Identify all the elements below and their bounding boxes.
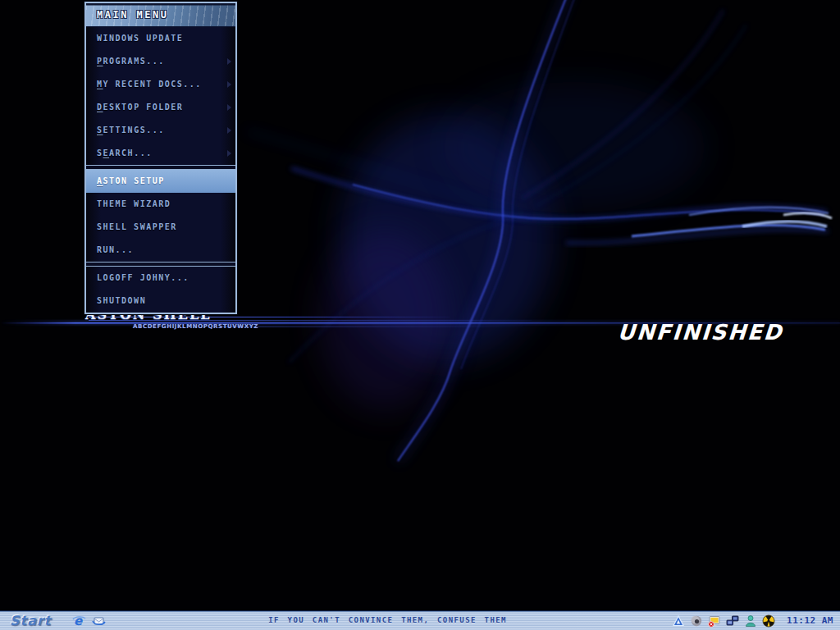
- menu-item-logoff-johny[interactable]: LOGOFF JOHNY...: [86, 267, 235, 290]
- system-tray: 11:12 AM: [672, 611, 833, 630]
- menu-item-windows-update[interactable]: WINDOWS UPDATE: [86, 27, 235, 50]
- menu-item-label: DESKTOP FOLDER: [97, 103, 183, 112]
- menu-item-my-recent-docs[interactable]: MY RECENT DOCS...: [86, 73, 235, 96]
- wallpaper-unfinished-text: UNFINISHED: [617, 320, 784, 345]
- logo-underline-3: [220, 326, 523, 327]
- tray-clock[interactable]: 11:12 AM: [787, 615, 833, 626]
- menu-item-label: THEME WIZARD: [97, 199, 171, 208]
- menu-item-programs[interactable]: PROGRAMS...: [86, 50, 235, 73]
- volume-icon[interactable]: [690, 614, 703, 628]
- menu-item-label: WINDOWS UPDATE: [97, 34, 183, 43]
- submenu-arrow-icon: [227, 150, 231, 157]
- taskbar-slogan: IF YOU CAN'T CONVINCE THEM, CONFUSE THEM: [0, 611, 775, 630]
- menu-item-label: SETTINGS...: [97, 126, 165, 135]
- menu-item-label: SHUTDOWN: [97, 296, 146, 305]
- start-menu: MAIN MENU WINDOWS UPDATEPROGRAMS...MY RE…: [84, 2, 237, 314]
- menu-item-label: SHELL SWAPPER: [97, 222, 177, 231]
- menu-item-label: RUN...: [97, 245, 134, 254]
- menu-item-label: LOGOFF JOHNY...: [97, 273, 189, 282]
- start-button[interactable]: Start: [10, 612, 52, 629]
- aston-tray-icon[interactable]: [672, 614, 685, 628]
- messenger-person-icon[interactable]: [744, 614, 757, 628]
- menu-item-search[interactable]: SEARCH...: [86, 142, 235, 165]
- logo-alphabet-text: ABCDEFGHIJKLMNOPQRSTUVWXYZ: [133, 323, 258, 330]
- internet-explorer-icon[interactable]: e: [72, 614, 86, 628]
- desktop: ASTON SHELL ABCDEFGHIJKLMNOPQRSTUVWXYZ U…: [0, 0, 840, 630]
- svg-text:e: e: [74, 614, 83, 628]
- display-alert-icon[interactable]: [708, 614, 721, 628]
- submenu-arrow-icon: [227, 104, 231, 111]
- menu-item-settings[interactable]: SETTINGS...: [86, 119, 235, 142]
- radiation-icon[interactable]: [762, 614, 775, 628]
- network-icon[interactable]: [726, 614, 739, 628]
- submenu-arrow-icon: [227, 81, 231, 88]
- menu-item-run[interactable]: RUN...: [86, 239, 235, 262]
- menu-item-desktop-folder[interactable]: DESKTOP FOLDER: [86, 96, 235, 119]
- start-button-label: Start: [10, 613, 52, 628]
- menu-item-label: ASTON SETUP: [97, 176, 165, 185]
- menu-item-aston-setup[interactable]: ASTON SETUP: [86, 170, 235, 193]
- menu-item-theme-wizard[interactable]: THEME WIZARD: [86, 193, 235, 216]
- start-menu-body: WINDOWS UPDATEPROGRAMS...MY RECENT DOCS.…: [86, 27, 235, 313]
- taskbar: IF YOU CAN'T CONVINCE THEM, CONFUSE THEM…: [0, 610, 840, 630]
- submenu-arrow-icon: [227, 127, 231, 134]
- menu-item-label: SEARCH...: [97, 148, 153, 158]
- menu-item-label: MY RECENT DOCS...: [97, 80, 202, 89]
- menu-item-label: PROGRAMS...: [97, 57, 165, 66]
- menu-item-shell-swapper[interactable]: SHELL SWAPPER: [86, 216, 235, 239]
- submenu-arrow-icon: [227, 58, 231, 65]
- menu-item-shutdown[interactable]: SHUTDOWN: [86, 290, 235, 313]
- outlook-express-icon[interactable]: [92, 614, 106, 628]
- start-menu-header: MAIN MENU: [86, 3, 235, 27]
- quick-launch-bar: e: [72, 614, 106, 628]
